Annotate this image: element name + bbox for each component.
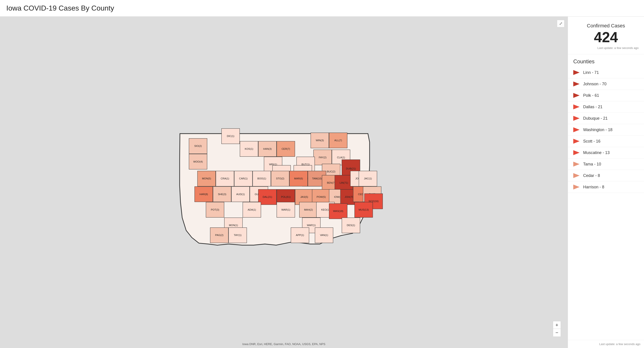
map-county-label-ada: ADA(1): [248, 208, 256, 211]
expand-button[interactable]: ⤢: [557, 20, 564, 28]
county-list-item: Johnson - 70: [568, 78, 644, 90]
county-list-item: Linn - 71: [568, 67, 644, 78]
svg-marker-4: [573, 116, 580, 121]
map-county-label-mar: MAR(6): [294, 177, 303, 180]
county-name-label: Washington - 18: [583, 128, 612, 132]
county-flag-icon: [573, 139, 580, 144]
county-name-label: Tama - 10: [583, 162, 601, 166]
county-name-label: Dallas - 21: [583, 104, 602, 109]
map-county-label-lin: LIN(71): [340, 182, 348, 184]
map-county-label-win: WIN(3): [316, 139, 324, 142]
svg-marker-8: [573, 162, 580, 166]
map-county-label-buc: BUC(2): [327, 170, 336, 173]
county-flag-icon: [573, 93, 580, 98]
page-title: Iowa COVID-19 Cases By County: [6, 4, 114, 12]
map-county-label-han: HAN(3): [263, 148, 272, 150]
svg-marker-1: [573, 82, 580, 86]
page-header: Iowa COVID-19 Cases By County: [0, 0, 644, 16]
last-update-top: Last update: a few seconds ago: [573, 46, 638, 50]
map-county-label-pol: POL(61): [281, 196, 290, 198]
map-county-label-aud: AUD(1): [236, 193, 245, 196]
map-county-label-boo: BOO(1): [257, 177, 266, 180]
confirmed-label: Confirmed Cases: [573, 23, 638, 29]
map-county-label-ben: BEN(7): [327, 182, 335, 184]
map-county-label-pot: POT(3): [211, 208, 219, 211]
map-county-label-car: CAR(1): [239, 177, 248, 180]
confirmed-cases-box: Confirmed Cases 424 Last update: a few s…: [568, 16, 644, 54]
map-county-label-jas: JAS(5): [300, 196, 308, 198]
svg-marker-5: [573, 127, 580, 132]
county-flag-icon: [573, 82, 580, 86]
county-list-item: Dallas - 21: [568, 101, 644, 113]
county-name-label: Cedar - 8: [583, 173, 600, 178]
map-county-label-cra: CRA(1): [221, 177, 229, 180]
svg-marker-6: [573, 139, 580, 144]
map-county-label-she: SHE(3): [218, 193, 226, 196]
county-list-item: Scott - 16: [568, 136, 644, 147]
map-county-label-war: WAR(1): [281, 208, 290, 211]
map-county-label-mah: MAH(2): [304, 208, 313, 211]
map-county-label-kos: KOS(1): [245, 148, 253, 150]
svg-marker-7: [573, 150, 580, 155]
map-county-label-mon: MON(5): [202, 177, 211, 180]
map-area: SIO(2)DIC(1)KOS(1)HAN(3)CER(7)WIN(3)ALL(…: [0, 16, 568, 348]
svg-marker-0: [573, 70, 580, 75]
county-list-item: Tama - 10: [568, 158, 644, 170]
county-name-label: Scott - 16: [583, 139, 600, 144]
map-county-label-was: WAS(18): [333, 210, 343, 212]
zoom-in-button[interactable]: +: [553, 321, 561, 329]
counties-title: Counties: [568, 54, 644, 67]
map-county-label-tam: TAM(10): [312, 177, 322, 180]
map-county-label-des: DES(1): [347, 224, 355, 226]
svg-marker-9: [573, 173, 580, 178]
map-county-label-cer: CER(7): [282, 148, 290, 150]
iowa-map-svg: SIO(2)DIC(1)KOS(1)HAN(3)CER(7)WIN(3)ALL(…: [172, 117, 396, 248]
map-county-label-har_l: HAR(8): [200, 193, 208, 196]
map-county-label-pag: PAG(2): [215, 234, 224, 236]
county-flag-icon: [573, 173, 580, 178]
map-attribution: Iowa DNR, Esri, HERE, Garmin, FAO, NOAA,…: [242, 342, 325, 346]
map-county-label-van: VAN(1): [320, 234, 328, 236]
county-list-item: Muscatine - 13: [568, 147, 644, 158]
map-county-label-sto: STO(2): [276, 177, 284, 180]
map-county-label-app: APP(1): [296, 234, 304, 236]
counties-list: Linn - 71Johnson - 70Polk - 61Dallas - 2…: [568, 67, 644, 193]
county-list-item: Harrison - 8: [568, 182, 644, 193]
county-flag-icon: [573, 104, 580, 109]
county-flag-icon: [573, 184, 580, 190]
county-name-label: Johnson - 70: [583, 82, 606, 86]
svg-marker-2: [573, 93, 580, 98]
map-county-label-jac: JAC(1): [364, 177, 372, 180]
last-update-bottom: Last update: a few seconds ago: [568, 340, 644, 348]
map-county-label-tay: TAY(1): [234, 234, 242, 236]
map-county-label-pow: POW(5): [316, 196, 326, 198]
county-flag-icon: [573, 150, 580, 155]
county-flag-icon: [573, 162, 580, 166]
map-county-label-joh: JOH(70): [345, 196, 354, 198]
svg-marker-3: [573, 104, 580, 109]
zoom-out-button[interactable]: −: [553, 329, 561, 336]
county-list-item: Polk - 61: [568, 90, 644, 101]
zoom-controls: + −: [553, 321, 561, 337]
county-flag-icon: [573, 116, 580, 121]
map-county-label-fay: FAY(2): [319, 156, 327, 159]
map-county-label-all: ALL(7): [334, 139, 342, 142]
map-county-label-dal: DAL(21): [263, 196, 272, 198]
county-flag-icon: [573, 127, 580, 132]
county-name-label: Polk - 61: [583, 93, 599, 98]
map-county-label-woo: WOO(4): [193, 160, 203, 163]
counties-section: Counties Linn - 71Johnson - 70Polk - 61D…: [568, 54, 644, 340]
map-county-label-sio: SIO(2): [194, 144, 202, 147]
county-name-label: Harrison - 8: [583, 185, 604, 190]
iowa-map-container: SIO(2)DIC(1)KOS(1)HAN(3)CER(7)WIN(3)ALL(…: [172, 117, 396, 248]
county-name-label: Muscatine - 13: [583, 150, 610, 155]
county-list-item: Cedar - 8: [568, 170, 644, 182]
expand-icon: ⤢: [559, 21, 562, 26]
map-county-label-dic: DIC(1): [227, 135, 234, 138]
map-county-label-mon_s: MON(1): [229, 224, 238, 226]
map-county-label-cla: CLA(1): [337, 156, 345, 159]
county-name-label: Dubuque - 21: [583, 116, 608, 121]
map-county-label-keo: KEO(1): [321, 208, 330, 211]
county-list-item: Dubuque - 21: [568, 113, 644, 124]
map-county-label-mus: MUS(13): [358, 208, 369, 211]
